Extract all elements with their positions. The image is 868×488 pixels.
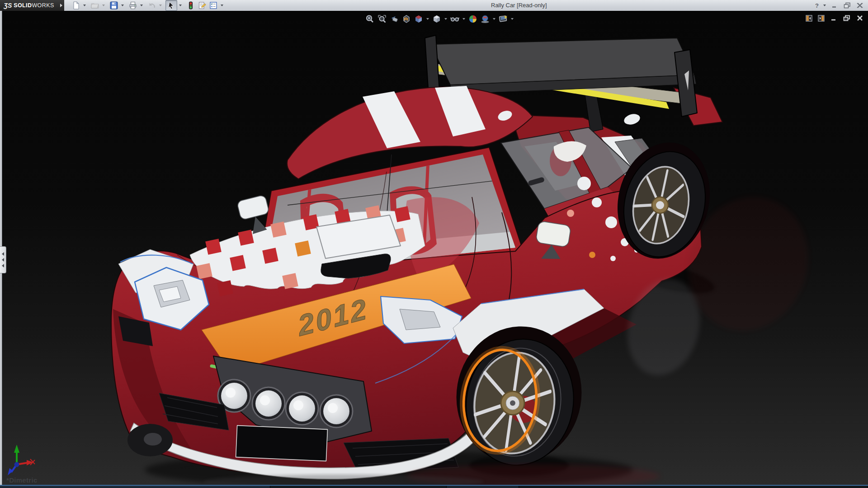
display-style-dropdown[interactable] xyxy=(443,14,448,24)
doc-close-icon[interactable] xyxy=(856,14,863,22)
dassault-3ds-icon: ƷS xyxy=(4,2,12,9)
restore-button[interactable] xyxy=(843,1,852,10)
print-dropdown[interactable] xyxy=(139,0,144,10)
apply-scene-button[interactable] xyxy=(480,14,491,24)
zoom-to-area-button[interactable] xyxy=(377,14,387,24)
zoom-to-fit-button[interactable] xyxy=(364,14,375,24)
appearance-sphere-icon xyxy=(468,14,478,24)
open-folder-icon xyxy=(91,1,99,9)
section-view-button[interactable] xyxy=(401,14,412,24)
help-dropdown[interactable] xyxy=(822,0,826,10)
save-floppy-icon xyxy=(110,1,118,9)
solidworks-logo[interactable]: ƷS SOLID WORKS xyxy=(0,0,58,11)
front-left-hub xyxy=(144,433,162,446)
pane-toggle-left-icon[interactable] xyxy=(806,15,812,22)
solidworks-window: ƷS SOLID WORKS xyxy=(0,0,868,488)
orientation-label: *Dimetric xyxy=(6,476,38,484)
help-button[interactable]: ? xyxy=(815,2,819,9)
open-document-button[interactable] xyxy=(90,0,100,10)
document-window-controls xyxy=(806,14,863,22)
edit-appearance-button[interactable] xyxy=(467,14,478,24)
options-checklist-icon xyxy=(209,1,217,9)
view-settings-icon xyxy=(498,14,508,24)
minimize-button[interactable] xyxy=(830,1,839,10)
undo-arrow-icon xyxy=(148,1,156,9)
open-document-dropdown[interactable] xyxy=(101,0,106,10)
window-controls: ? xyxy=(815,0,864,11)
taskbar-segment[interactable] xyxy=(270,486,447,488)
new-document-dropdown[interactable] xyxy=(82,0,87,10)
file-properties-icon xyxy=(198,1,206,9)
rebuild-button[interactable] xyxy=(185,0,196,10)
windows-taskbar[interactable] xyxy=(0,485,868,488)
options-dropdown[interactable] xyxy=(219,0,224,10)
menu-expand-arrow[interactable] xyxy=(58,0,64,11)
menu-bar: ƷS SOLID WORKS xyxy=(0,0,868,11)
roofline-dot xyxy=(623,113,641,127)
print-button[interactable] xyxy=(127,0,138,10)
taskbar-segment[interactable] xyxy=(0,486,270,488)
view-orientation-dropdown[interactable] xyxy=(425,14,430,24)
file-properties-button[interactable] xyxy=(197,0,208,10)
brand-text-works: WORKS xyxy=(32,2,54,9)
featuremanager-collapsed-tab[interactable] xyxy=(0,246,6,273)
restore-icon xyxy=(843,2,851,9)
doc-restore-icon[interactable] xyxy=(843,14,851,22)
select-tool-button[interactable] xyxy=(165,0,177,11)
zoom-to-fit-icon xyxy=(365,14,375,24)
select-cursor-icon xyxy=(167,1,175,9)
display-style-icon xyxy=(432,14,442,24)
brand-text-solid: SOLID xyxy=(14,2,32,9)
new-document-button[interactable] xyxy=(71,0,81,10)
view-orientation-icon xyxy=(414,14,424,24)
window-title: Rally Car [Read-only] xyxy=(491,2,547,9)
zoom-to-area-icon xyxy=(377,14,387,24)
hide-show-items-button[interactable] xyxy=(449,14,460,24)
undo-button[interactable] xyxy=(146,0,157,10)
headsup-view-toolbar xyxy=(364,14,514,24)
apply-scene-icon xyxy=(480,14,490,24)
previous-view-icon xyxy=(389,14,399,24)
doc-minimize-icon[interactable] xyxy=(830,14,837,22)
close-icon xyxy=(856,2,863,9)
graphics-area[interactable]: 2012 xyxy=(0,11,868,485)
section-view-icon xyxy=(401,14,411,24)
rally-car-model[interactable]: 2012 xyxy=(111,35,722,479)
save-button[interactable] xyxy=(108,0,119,10)
license-plate-panel xyxy=(236,426,328,461)
taskbar-segment[interactable] xyxy=(519,486,868,488)
3d-scene: 2012 xyxy=(0,11,868,485)
minimize-icon xyxy=(831,2,838,9)
select-tool-dropdown[interactable] xyxy=(178,0,183,10)
display-style-button[interactable] xyxy=(431,14,442,24)
previous-view-button[interactable] xyxy=(389,14,400,24)
hide-show-items-dropdown[interactable] xyxy=(462,14,466,24)
options-button[interactable] xyxy=(208,0,219,10)
close-button[interactable] xyxy=(855,1,864,10)
standard-toolbar xyxy=(71,0,226,11)
eyeglasses-icon xyxy=(450,14,460,24)
new-document-icon xyxy=(72,1,80,9)
printer-icon xyxy=(129,1,137,9)
view-settings-button[interactable] xyxy=(498,14,509,24)
undo-dropdown[interactable] xyxy=(158,0,163,10)
pane-toggle-right-icon[interactable] xyxy=(818,15,825,22)
orientation-triad xyxy=(8,445,35,475)
view-orientation-button[interactable] xyxy=(413,14,424,24)
apply-scene-dropdown[interactable] xyxy=(492,14,496,24)
save-dropdown[interactable] xyxy=(120,0,125,10)
view-settings-dropdown[interactable] xyxy=(510,14,514,24)
taskbar-segment[interactable] xyxy=(447,486,519,488)
traffic-light-icon xyxy=(187,1,195,9)
